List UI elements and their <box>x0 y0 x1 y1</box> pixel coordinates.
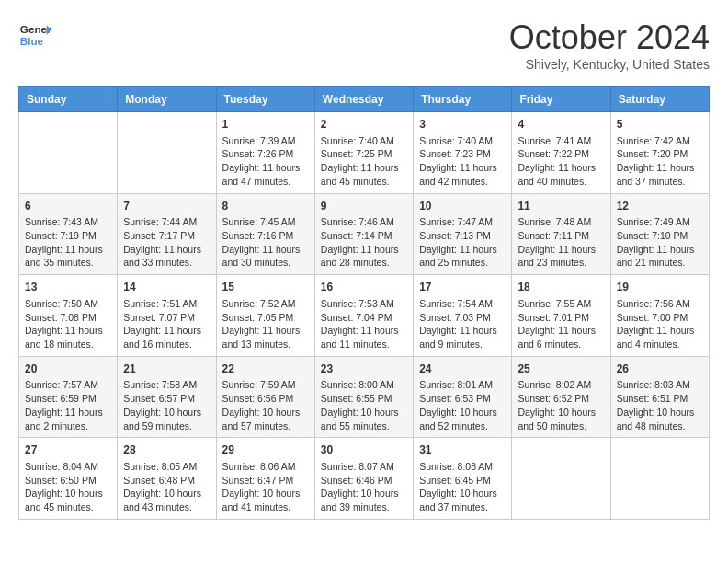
sunset-text: Sunset: 7:10 PM <box>617 230 688 241</box>
calendar-cell: 23Sunrise: 8:00 AMSunset: 6:55 PMDayligh… <box>314 356 413 438</box>
daylight-text: Daylight: 10 hours and 41 minutes. <box>222 488 301 512</box>
calendar-header-monday: Monday <box>118 87 216 112</box>
daylight-text: Daylight: 11 hours and 47 minutes. <box>222 162 301 187</box>
daylight-text: Daylight: 11 hours and 21 minutes. <box>617 244 695 269</box>
daylight-text: Daylight: 11 hours and 37 minutes. <box>617 162 695 187</box>
sunset-text: Sunset: 7:08 PM <box>25 312 97 323</box>
sunset-text: Sunset: 7:19 PM <box>25 230 97 241</box>
day-number: 1 <box>222 117 309 132</box>
sunrise-text: Sunrise: 7:59 AM <box>222 379 296 390</box>
sunrise-text: Sunrise: 7:58 AM <box>123 379 197 390</box>
daylight-text: Daylight: 10 hours and 52 minutes. <box>419 407 497 431</box>
daylight-text: Daylight: 11 hours and 13 minutes. <box>222 325 301 350</box>
calendar-table: SundayMondayTuesdayWednesdayThursdayFrid… <box>18 86 710 520</box>
daylight-text: Daylight: 10 hours and 59 minutes. <box>123 407 201 431</box>
calendar-cell: 28Sunrise: 8:05 AMSunset: 6:48 PMDayligh… <box>118 438 216 520</box>
sunrise-text: Sunrise: 8:05 AM <box>123 461 197 472</box>
calendar-week-5: 27Sunrise: 8:04 AMSunset: 6:50 PMDayligh… <box>19 438 710 520</box>
sunrise-text: Sunrise: 7:46 AM <box>321 216 394 227</box>
sunrise-text: Sunrise: 7:54 AM <box>419 298 493 309</box>
calendar-cell: 11Sunrise: 7:48 AMSunset: 7:11 PMDayligh… <box>512 193 610 275</box>
sunrise-text: Sunrise: 8:04 AM <box>25 461 98 472</box>
day-number: 7 <box>123 199 210 214</box>
sunrise-text: Sunrise: 7:57 AM <box>25 379 98 390</box>
sunset-text: Sunset: 6:56 PM <box>222 393 294 404</box>
daylight-text: Daylight: 10 hours and 55 minutes. <box>321 407 399 431</box>
day-number: 9 <box>321 199 407 214</box>
day-number: 28 <box>123 442 210 458</box>
day-number: 20 <box>25 362 111 377</box>
sunset-text: Sunset: 6:50 PM <box>25 475 97 486</box>
sunset-text: Sunset: 7:01 PM <box>518 312 589 323</box>
sunrise-text: Sunrise: 8:06 AM <box>222 461 296 472</box>
day-number: 17 <box>419 280 506 295</box>
sunset-text: Sunset: 7:25 PM <box>321 148 392 159</box>
day-number: 8 <box>222 199 309 214</box>
daylight-text: Daylight: 11 hours and 45 minutes. <box>321 162 399 187</box>
daylight-text: Daylight: 11 hours and 42 minutes. <box>419 162 497 187</box>
sunrise-text: Sunrise: 7:43 AM <box>25 216 98 227</box>
calendar-cell: 18Sunrise: 7:55 AMSunset: 7:01 PMDayligh… <box>512 275 610 357</box>
calendar-cell: 29Sunrise: 8:06 AMSunset: 6:47 PMDayligh… <box>216 438 314 520</box>
sunset-text: Sunset: 7:14 PM <box>321 230 392 241</box>
daylight-text: Daylight: 11 hours and 11 minutes. <box>321 325 399 350</box>
daylight-text: Daylight: 10 hours and 50 minutes. <box>518 407 596 431</box>
sunset-text: Sunset: 7:07 PM <box>123 312 195 323</box>
sunset-text: Sunset: 6:46 PM <box>321 475 392 486</box>
day-number: 15 <box>222 280 309 295</box>
sunrise-text: Sunrise: 7:39 AM <box>222 135 296 146</box>
calendar-cell: 6Sunrise: 7:43 AMSunset: 7:19 PMDaylight… <box>19 193 118 275</box>
sunset-text: Sunset: 6:53 PM <box>419 393 491 404</box>
sunrise-text: Sunrise: 7:40 AM <box>419 135 493 146</box>
calendar-cell: 24Sunrise: 8:01 AMSunset: 6:53 PMDayligh… <box>414 356 512 438</box>
calendar-cell: 12Sunrise: 7:49 AMSunset: 7:10 PMDayligh… <box>610 193 709 275</box>
calendar-cell: 1Sunrise: 7:39 AMSunset: 7:26 PMDaylight… <box>216 112 314 194</box>
calendar-cell: 13Sunrise: 7:50 AMSunset: 7:08 PMDayligh… <box>19 275 118 357</box>
sunrise-text: Sunrise: 8:02 AM <box>518 379 591 390</box>
daylight-text: Daylight: 10 hours and 57 minutes. <box>222 407 301 431</box>
day-number: 23 <box>321 362 407 377</box>
daylight-text: Daylight: 11 hours and 33 minutes. <box>123 244 201 269</box>
daylight-text: Daylight: 10 hours and 39 minutes. <box>321 488 399 512</box>
day-number: 4 <box>518 117 604 132</box>
daylight-text: Daylight: 10 hours and 43 minutes. <box>123 488 201 512</box>
sunrise-text: Sunrise: 7:44 AM <box>123 216 197 227</box>
daylight-text: Daylight: 11 hours and 9 minutes. <box>419 325 497 350</box>
sunset-text: Sunset: 7:05 PM <box>222 312 294 323</box>
sunrise-text: Sunrise: 7:51 AM <box>123 298 197 309</box>
sunrise-text: Sunrise: 7:49 AM <box>617 216 690 227</box>
daylight-text: Daylight: 10 hours and 48 minutes. <box>617 407 695 431</box>
day-number: 25 <box>518 362 604 377</box>
day-number: 22 <box>222 362 309 377</box>
calendar-cell: 4Sunrise: 7:41 AMSunset: 7:22 PMDaylight… <box>512 112 610 194</box>
day-number: 16 <box>321 280 407 295</box>
day-number: 2 <box>321 117 407 132</box>
calendar-cell: 8Sunrise: 7:45 AMSunset: 7:16 PMDaylight… <box>216 193 314 275</box>
day-number: 11 <box>518 199 604 214</box>
calendar-cell: 16Sunrise: 7:53 AMSunset: 7:04 PMDayligh… <box>314 275 413 357</box>
sunrise-text: Sunrise: 7:55 AM <box>518 298 591 309</box>
day-number: 10 <box>419 199 506 214</box>
month-title: October 2024 <box>509 18 710 57</box>
calendar-cell: 26Sunrise: 8:03 AMSunset: 6:51 PMDayligh… <box>610 356 709 438</box>
daylight-text: Daylight: 10 hours and 37 minutes. <box>419 488 497 512</box>
calendar-week-1: 1Sunrise: 7:39 AMSunset: 7:26 PMDaylight… <box>19 112 710 194</box>
sunset-text: Sunset: 7:16 PM <box>222 230 294 241</box>
day-number: 31 <box>419 442 506 458</box>
calendar-cell: 25Sunrise: 8:02 AMSunset: 6:52 PMDayligh… <box>512 356 610 438</box>
calendar-header-friday: Friday <box>512 87 610 112</box>
calendar-cell: 31Sunrise: 8:08 AMSunset: 6:45 PMDayligh… <box>414 438 512 520</box>
day-number: 19 <box>617 280 703 295</box>
calendar-week-4: 20Sunrise: 7:57 AMSunset: 6:59 PMDayligh… <box>19 356 710 438</box>
sunrise-text: Sunrise: 7:47 AM <box>419 216 493 227</box>
calendar-week-2: 6Sunrise: 7:43 AMSunset: 7:19 PMDaylight… <box>19 193 710 275</box>
sunset-text: Sunset: 7:23 PM <box>419 148 491 159</box>
day-number: 13 <box>25 280 111 295</box>
svg-text:Blue: Blue <box>20 35 44 47</box>
calendar-cell: 27Sunrise: 8:04 AMSunset: 6:50 PMDayligh… <box>19 438 118 520</box>
sunrise-text: Sunrise: 8:00 AM <box>321 379 394 390</box>
sunset-text: Sunset: 7:11 PM <box>518 230 589 241</box>
calendar-cell: 22Sunrise: 7:59 AMSunset: 6:56 PMDayligh… <box>216 356 314 438</box>
day-number: 18 <box>518 280 604 295</box>
sunset-text: Sunset: 7:13 PM <box>419 230 491 241</box>
